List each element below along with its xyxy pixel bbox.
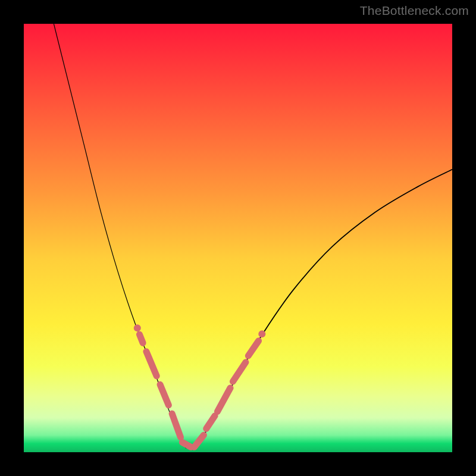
overlay-segment	[160, 384, 168, 405]
overlay-segment	[206, 416, 215, 429]
overlay-segment	[195, 435, 204, 447]
overlay-dot	[258, 330, 265, 337]
overlay-segment	[139, 334, 143, 343]
outer-frame: TheBottleneck.com	[0, 0, 476, 476]
overlay-segment	[146, 352, 156, 376]
overlay-dot	[134, 324, 141, 331]
overlay-segment	[182, 442, 190, 447]
overlay-segment	[233, 362, 246, 381]
plot-area	[24, 24, 452, 452]
watermark-text: TheBottleneck.com	[360, 4, 469, 18]
overlay-segment	[172, 414, 180, 437]
overlay-segment	[248, 341, 258, 356]
chart-svg	[24, 24, 452, 452]
curve-right-branch	[195, 170, 452, 448]
overlay-markers	[134, 324, 266, 447]
overlay-segment	[217, 388, 230, 412]
curve-left-branch	[54, 24, 186, 448]
